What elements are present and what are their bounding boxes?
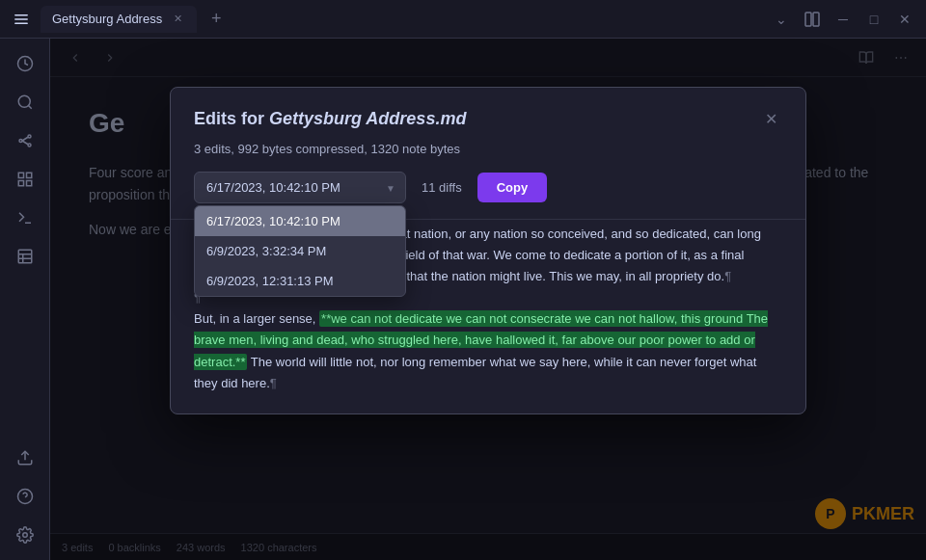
main-layout: ⋯ Ge Four score and seven years ago our …: [0, 39, 926, 560]
sidebar-icon-history[interactable]: [8, 46, 42, 81]
date-dropdown-menu: 6/17/2023, 10:42:10 PM 6/9/2023, 3:32:34…: [194, 205, 406, 297]
sidebar-icon-grid[interactable]: [8, 162, 42, 197]
sidebar-icon-help[interactable]: [8, 479, 42, 514]
svg-point-8: [19, 140, 22, 143]
pilcrow-3: ¶: [270, 376, 277, 390]
date-dropdown-wrapper: 6/17/2023, 10:42:10 PM ▼ 6/17/2023, 10:4…: [194, 172, 406, 203]
dropdown-option-1[interactable]: 6/17/2023, 10:42:10 PM: [195, 206, 405, 236]
svg-line-12: [22, 141, 28, 145]
pilcrow-1: ¶: [724, 269, 731, 283]
svg-rect-16: [26, 181, 31, 186]
sidebar: [0, 39, 50, 560]
svg-line-7: [28, 105, 31, 108]
selected-date-label: 6/17/2023, 10:42:10 PM: [206, 180, 340, 195]
edits-modal: Edits for Gettysburg Address.md ✕ 3 edit…: [170, 87, 806, 414]
modal-close-button[interactable]: ✕: [759, 107, 782, 130]
title-bar-controls: ⌄ ─ □ ✕: [768, 6, 918, 33]
svg-point-25: [22, 533, 27, 538]
sidebar-icon-publish[interactable]: [8, 440, 42, 475]
title-bar: Gettysburg Address ✕ + ⌄ ─ □ ✕: [0, 0, 926, 39]
chevron-down-icon[interactable]: ⌄: [768, 6, 795, 33]
sidebar-icon-graph[interactable]: [8, 123, 42, 158]
split-view-button[interactable]: [799, 6, 826, 33]
sidebar-icon-terminal[interactable]: [8, 200, 42, 235]
svg-rect-18: [18, 250, 32, 263]
sidebar-icon-search[interactable]: [8, 85, 42, 120]
diffs-label: 11 diffs: [422, 180, 462, 195]
svg-line-11: [22, 137, 28, 141]
modal-stats: 3 edits, 992 bytes compressed, 1320 note…: [171, 142, 805, 172]
modal-controls: 6/17/2023, 10:42:10 PM ▼ 6/17/2023, 10:4…: [171, 172, 805, 219]
sidebar-icon-table[interactable]: [8, 239, 42, 274]
sidebar-toggle-button[interactable]: [8, 6, 35, 33]
new-tab-button[interactable]: +: [203, 6, 230, 33]
tab-gettysburg[interactable]: Gettysburg Address ✕: [41, 6, 197, 33]
content-area: ⋯ Ge Four score and seven years ago our …: [50, 39, 926, 560]
svg-rect-3: [805, 13, 811, 26]
svg-rect-0: [14, 14, 28, 16]
modal-header: Edits for Gettysburg Address.md ✕: [171, 88, 805, 142]
modal-title: Edits for Gettysburg Address.md: [194, 109, 466, 129]
svg-point-9: [28, 135, 31, 138]
dropdown-option-3[interactable]: 6/9/2023, 12:31:13 PM: [195, 266, 405, 296]
date-dropdown-trigger[interactable]: 6/17/2023, 10:42:10 PM ▼: [194, 172, 406, 203]
svg-rect-13: [18, 173, 23, 177]
tab-title: Gettysburg Address: [52, 12, 162, 26]
svg-rect-14: [26, 173, 31, 177]
svg-point-6: [18, 95, 30, 107]
minimize-button[interactable]: ─: [830, 6, 857, 33]
svg-rect-4: [813, 13, 819, 26]
svg-rect-2: [14, 22, 28, 24]
highlight-dedicate-start: **we can not dedicate we can not consecr…: [194, 310, 768, 369]
close-window-button[interactable]: ✕: [891, 6, 918, 33]
dropdown-arrow-icon: ▼: [386, 182, 395, 193]
tab-close-button[interactable]: ✕: [170, 12, 185, 27]
copy-button[interactable]: Copy: [477, 173, 548, 202]
title-bar-left: Gettysburg Address ✕ +: [8, 6, 230, 33]
svg-rect-15: [18, 181, 23, 186]
sidebar-icon-settings[interactable]: [8, 518, 42, 552]
svg-point-10: [28, 144, 31, 147]
modal-content-line-2: But, in a larger sense, **we can not ded…: [194, 308, 782, 393]
svg-rect-1: [14, 18, 28, 20]
maximize-button[interactable]: □: [860, 6, 887, 33]
dropdown-option-2[interactable]: 6/9/2023, 3:32:34 PM: [195, 236, 405, 266]
